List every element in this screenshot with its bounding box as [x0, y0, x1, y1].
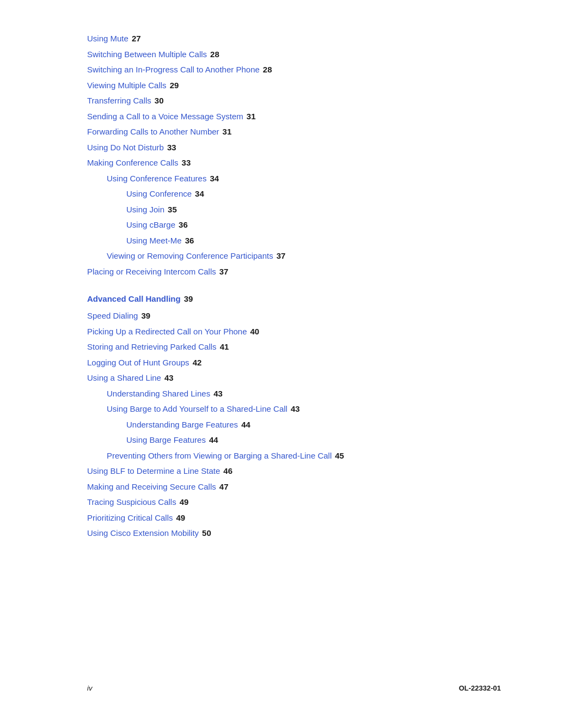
toc-page: 37	[219, 266, 229, 278]
toc-row: Transferring Calls30	[87, 95, 501, 107]
toc-page: 31	[223, 126, 232, 138]
toc-link[interactable]: Using a Shared Line	[87, 372, 161, 385]
toc-link[interactable]: Using Barge Features	[126, 434, 206, 447]
toc-row: Using Do Not Disturb33	[87, 142, 501, 154]
toc-link[interactable]: Making and Receiving Secure Calls	[87, 481, 216, 493]
toc-link[interactable]: Using BLF to Determine a Line State	[87, 465, 220, 478]
toc-link[interactable]: Making Conference Calls	[87, 157, 179, 169]
toc-page: 36	[179, 219, 188, 231]
toc-row: Prioritizing Critical Calls49	[87, 512, 501, 524]
toc-link[interactable]: Placing or Receiving Intercom Calls	[87, 266, 216, 278]
toc-link[interactable]: Storing and Retrieving Parked Calls	[87, 341, 217, 353]
toc-page: 49	[180, 496, 189, 509]
toc-page: 27	[132, 33, 141, 45]
toc-link[interactable]: Speed Dialing	[87, 310, 138, 322]
toc-link[interactable]: Preventing Others from Viewing or Bargin…	[107, 450, 332, 462]
toc-page: 41	[220, 341, 229, 353]
toc-row: Using Barge Features44	[87, 434, 501, 447]
toc-row: Switching an In-Progress Call to Another…	[87, 64, 501, 76]
toc-link[interactable]: Using Do Not Disturb	[87, 142, 164, 154]
toc-link[interactable]: Picking Up a Redirected Call on Your Pho…	[87, 326, 247, 338]
toc-page: 35	[168, 204, 177, 216]
toc-row: Picking Up a Redirected Call on Your Pho…	[87, 326, 501, 338]
toc-link[interactable]: Transferring Calls	[87, 95, 151, 107]
toc-row: Viewing Multiple Calls29	[87, 80, 501, 92]
toc-row: Storing and Retrieving Parked Calls41	[87, 341, 501, 353]
toc-page: 39	[141, 310, 150, 322]
toc-page: 46	[223, 465, 232, 478]
toc-link[interactable]: Using Mute	[87, 33, 128, 45]
toc-row: Placing or Receiving Intercom Calls37	[87, 266, 501, 278]
toc-row: Using Conference34	[87, 188, 501, 200]
toc-row: Forwarding Calls to Another Number31	[87, 126, 501, 138]
toc-row: Using cBarge36	[87, 219, 501, 231]
toc-page: 43	[164, 372, 174, 385]
toc-link[interactable]: Using Barge to Add Yourself to a Shared-…	[107, 403, 287, 416]
toc-row: Preventing Others from Viewing or Bargin…	[87, 450, 501, 462]
toc-row: Switching Between Multiple Calls28	[87, 48, 501, 61]
toc-row: Speed Dialing39	[87, 310, 501, 322]
toc-link[interactable]: Understanding Shared Lines	[107, 388, 210, 400]
toc-link[interactable]: Tracing Suspicious Calls	[87, 496, 176, 509]
toc-page: 30	[155, 95, 164, 107]
toc-row: Using Cisco Extension Mobility50	[87, 527, 501, 540]
toc-link[interactable]: Switching Between Multiple Calls	[87, 48, 207, 61]
toc-page: 33	[182, 157, 191, 169]
toc-row: Using Join35	[87, 204, 501, 216]
section-header-advanced: Advanced Call Handling 39	[87, 294, 501, 303]
toc-row: Understanding Barge Features44	[87, 419, 501, 431]
toc-page: 50	[202, 527, 211, 540]
toc-page: 49	[176, 512, 186, 524]
toc-row: Using Barge to Add Yourself to a Shared-…	[87, 403, 501, 416]
toc-link[interactable]: Forwarding Calls to Another Number	[87, 126, 219, 138]
toc-page: 33	[167, 142, 176, 154]
toc-row: Viewing or Removing Conference Participa…	[87, 250, 501, 263]
toc-link[interactable]: Understanding Barge Features	[126, 419, 238, 431]
toc-link[interactable]: Logging Out of Hunt Groups	[87, 357, 189, 369]
toc-page: 29	[170, 80, 179, 92]
toc-page: 45	[335, 450, 344, 462]
toc-row: Tracing Suspicious Calls49	[87, 496, 501, 509]
toc-page: 28	[263, 64, 272, 76]
toc-page: 28	[210, 48, 219, 61]
toc-row: Understanding Shared Lines43	[87, 388, 501, 400]
toc-link[interactable]: Prioritizing Critical Calls	[87, 512, 173, 524]
footer: iv OL-22332-01	[87, 684, 501, 692]
toc-page: 31	[247, 111, 256, 123]
toc-page: 44	[241, 419, 250, 431]
toc-row: Logging Out of Hunt Groups42	[87, 357, 501, 369]
toc-page: 34	[210, 173, 219, 185]
toc-link[interactable]: Sending a Call to a Voice Message System	[87, 111, 243, 123]
toc-page: 34	[195, 188, 204, 200]
toc-link[interactable]: Viewing Multiple Calls	[87, 80, 167, 92]
toc-row: Using Conference Features34	[87, 173, 501, 185]
toc-row: Making Conference Calls33	[87, 157, 501, 169]
toc-row: Sending a Call to a Voice Message System…	[87, 111, 501, 123]
toc-page: 44	[209, 434, 218, 447]
toc-link[interactable]: Using Join	[126, 204, 164, 216]
toc-link[interactable]: Using Conference	[126, 188, 192, 200]
toc-link[interactable]: Switching an In-Progress Call to Another…	[87, 64, 260, 76]
footer-doc-number: OL-22332-01	[459, 684, 501, 692]
toc-page: 47	[219, 481, 229, 493]
footer-page-number: iv	[87, 684, 92, 692]
toc-row: Using Mute27	[87, 33, 501, 45]
toc-link[interactable]: Using Cisco Extension Mobility	[87, 527, 199, 540]
toc-page: 40	[250, 326, 260, 338]
section-page-advanced: 39	[184, 294, 193, 303]
toc-page: 43	[291, 403, 300, 416]
toc-row: Using BLF to Determine a Line State46	[87, 465, 501, 478]
toc-page: 42	[193, 357, 202, 369]
toc-page: 37	[277, 250, 286, 263]
toc-link[interactable]: Using Conference Features	[107, 173, 206, 185]
toc-row: Using a Shared Line43	[87, 372, 501, 385]
toc-page: 36	[185, 235, 194, 247]
toc-row: Using Meet-Me36	[87, 235, 501, 247]
toc-link[interactable]: Using cBarge	[126, 219, 175, 231]
toc-row: Making and Receiving Secure Calls47	[87, 481, 501, 493]
section-link-advanced[interactable]: Advanced Call Handling	[87, 294, 181, 303]
toc-link[interactable]: Viewing or Removing Conference Participa…	[107, 250, 273, 263]
toc-link[interactable]: Using Meet-Me	[126, 235, 182, 247]
toc-page: 43	[213, 388, 223, 400]
